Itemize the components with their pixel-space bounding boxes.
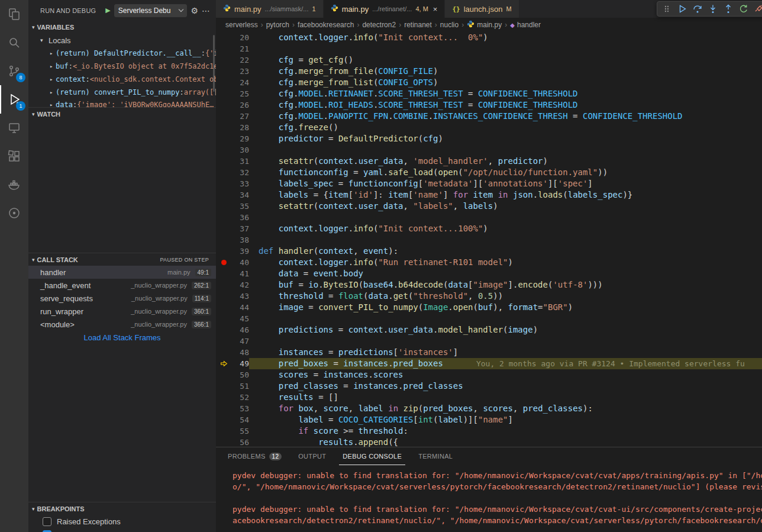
glyph-margin[interactable] (216, 302, 231, 313)
glyph-margin[interactable] (216, 88, 231, 99)
load-all-stack-frames-link[interactable]: Load All Stack Frames (28, 331, 216, 344)
glyph-margin[interactable] (216, 381, 231, 392)
close-icon[interactable]: × (433, 5, 438, 14)
source-control-icon[interactable]: 8 (0, 57, 28, 85)
variable-row[interactable]: ▸(return) convert_PIL_to_numpy: array([[… (28, 86, 216, 99)
start-debugging-icon[interactable]: ▶ (105, 7, 110, 14)
step-over-icon[interactable] (690, 2, 705, 15)
breadcrumb-item[interactable]: serverless (225, 21, 258, 29)
breakpoint-icon[interactable] (216, 257, 231, 268)
panel-tab-debug-console[interactable]: DEBUG CONSOLE (339, 447, 405, 465)
search-icon[interactable] (0, 28, 28, 57)
breadcrumb-item[interactable]: nuclio (440, 21, 459, 29)
debug-config-select[interactable]: Serverless Debu (114, 4, 188, 17)
glyph-margin[interactable] (216, 66, 231, 77)
glyph-margin[interactable] (216, 425, 231, 437)
breakpoint-option-row[interactable]: Raised Exceptions (28, 515, 216, 528)
glyph-margin[interactable] (216, 324, 231, 336)
glyph-margin[interactable] (216, 369, 231, 381)
call-stack-section-header[interactable]: ▾ CALL STACK PAUSED ON STEP (28, 253, 216, 266)
breakpoints-section-header[interactable]: ▾ BREAKPOINTS (28, 502, 216, 515)
code-editor[interactable]: 20 context.logger.info("Init context... … (216, 32, 762, 447)
stack-frame-name: _handle_event (40, 281, 91, 290)
disconnect-icon[interactable] (752, 2, 762, 15)
variables-scope-locals[interactable]: ▾ Locals (28, 34, 216, 47)
glyph-margin[interactable] (216, 212, 231, 223)
glyph-margin[interactable] (216, 336, 231, 347)
step-into-icon[interactable] (706, 2, 720, 15)
breadcrumb-item[interactable]: retinanet (404, 21, 432, 29)
variable-row[interactable]: ▸context: <nuclio_sdk.context.Context ob… (28, 73, 216, 86)
current-step-arrow-icon[interactable] (216, 358, 231, 369)
breadcrumb-item[interactable]: detectron2 (362, 21, 396, 29)
extensions-icon[interactable] (0, 142, 28, 170)
python-file-icon (331, 4, 338, 14)
plugin-circle-icon[interactable] (0, 199, 28, 227)
tab-bar: main.py.../siammask/...1main.py.../retin… (216, 0, 762, 18)
glyph-margin[interactable] (216, 279, 231, 291)
more-actions-icon[interactable]: ⋯ (202, 6, 210, 15)
docker-icon[interactable] (0, 170, 28, 199)
run-and-debug-icon[interactable]: 1 (0, 85, 28, 114)
glyph-margin[interactable] (216, 223, 231, 234)
glyph-margin[interactable] (216, 437, 231, 447)
restart-icon[interactable] (737, 2, 751, 15)
glyph-margin[interactable] (216, 246, 231, 257)
variable-row[interactable]: ▸data: {'image': 'iVBORw0KGgoAAAANSUhE… (28, 99, 216, 107)
glyph-margin[interactable] (216, 291, 231, 302)
glyph-margin[interactable] (216, 403, 231, 414)
debug-settings-gear-icon[interactable]: ⚙ (190, 6, 198, 15)
stack-frame-row[interactable]: handlermain.py49:1 (28, 266, 216, 279)
stack-frame-row[interactable]: _handle_event_nuclio_wrapper.py262:1 (28, 279, 216, 292)
glyph-margin[interactable] (216, 167, 231, 178)
glyph-margin[interactable] (216, 77, 231, 88)
glyph-margin[interactable] (216, 99, 231, 111)
glyph-margin[interactable] (216, 133, 231, 144)
variable-row[interactable]: ▸(return) DefaultPredictor.__call__: {'i… (28, 47, 216, 60)
editor-tab[interactable]: main.py.../retinanet/...4, M× (324, 0, 445, 18)
variables-section-header[interactable]: ▾ VARIABLES (28, 21, 216, 34)
scrollbar[interactable] (213, 35, 215, 92)
glyph-margin[interactable] (216, 414, 231, 425)
editor-tab[interactable]: {}launch.jsonM (445, 0, 519, 18)
variable-row[interactable]: ▸buf: <_io.BytesIO object at 0x7f5a2dc1e… (28, 60, 216, 73)
step-out-icon[interactable] (721, 2, 735, 15)
stack-frame-row[interactable]: run_wrapper_nuclio_wrapper.py360:1 (28, 305, 216, 318)
panel-tab-problems[interactable]: PROBLEMS12 (224, 447, 285, 465)
toolbar-drag-grip[interactable] (660, 2, 674, 15)
continue-icon[interactable] (675, 2, 689, 15)
glyph-margin[interactable] (216, 43, 231, 54)
glyph-margin[interactable] (216, 156, 231, 167)
panel-tab-output[interactable]: OUTPUT (295, 447, 330, 465)
breadcrumb-separator-icon: › (399, 21, 401, 29)
stack-frame-row[interactable]: serve_requests_nuclio_wrapper.py114:1 (28, 292, 216, 305)
stack-frame-row[interactable]: <module>_nuclio_wrapper.py366:1 (28, 318, 216, 331)
editor-tab[interactable]: main.py.../siammask/...1 (216, 0, 324, 18)
watch-section-header[interactable]: ▾ WATCH (28, 107, 216, 120)
breadcrumb-item[interactable]: pytorch (266, 21, 289, 29)
debug-console-output[interactable]: pydev debugger: unable to find translati… (216, 465, 762, 532)
checkbox[interactable] (43, 517, 51, 526)
breadcrumb-item[interactable]: main.py (467, 20, 502, 30)
breadcrumb-item[interactable]: ◆handler (510, 21, 541, 29)
glyph-margin[interactable] (216, 178, 231, 189)
glyph-margin[interactable] (216, 201, 231, 212)
checkbox[interactable] (43, 530, 51, 532)
glyph-margin[interactable] (216, 144, 231, 156)
glyph-margin[interactable] (216, 313, 231, 324)
glyph-margin[interactable] (216, 268, 231, 279)
glyph-margin[interactable] (216, 32, 231, 43)
glyph-margin[interactable] (216, 347, 231, 358)
breakpoint-option-row[interactable]: Uncaught Exceptions (28, 528, 216, 532)
glyph-margin[interactable] (216, 189, 231, 201)
breadcrumb-item[interactable]: facebookresearch (298, 21, 354, 29)
glyph-margin[interactable] (216, 54, 231, 66)
glyph-margin[interactable] (216, 392, 231, 403)
panel-tab-terminal[interactable]: TERMINAL (415, 447, 456, 465)
remote-explorer-icon[interactable] (0, 114, 28, 142)
glyph-margin[interactable] (216, 234, 231, 246)
glyph-margin[interactable] (216, 122, 231, 133)
explorer-icon[interactable] (0, 0, 28, 28)
glyph-margin[interactable] (216, 111, 231, 122)
breakpoints-section: ▾ BREAKPOINTS Raised ExceptionsUncaught … (28, 502, 216, 532)
